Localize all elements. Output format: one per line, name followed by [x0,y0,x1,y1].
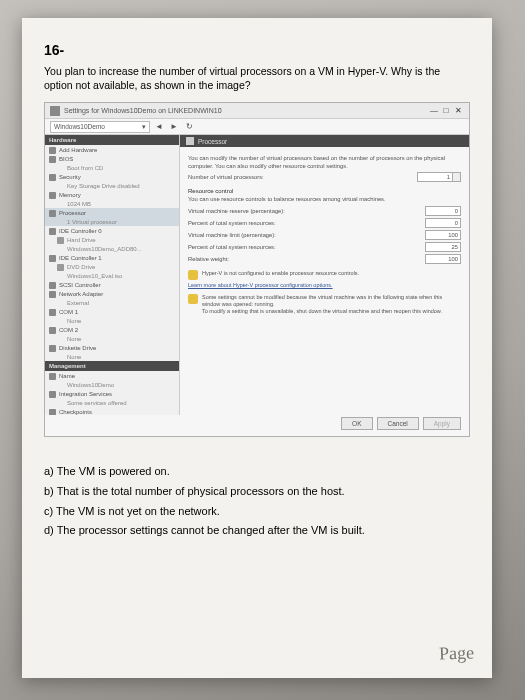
management-section-header: Management [45,361,179,371]
window-title: Settings for Windows10Demo on LINKEDINWI… [64,107,222,114]
pct-total2-value: 25 [425,242,461,252]
weight-input[interactable]: 100 [425,254,461,264]
sidebar-item-security-detail: Key Storage Drive disabled [45,181,179,190]
sidebar-item-dvddrive[interactable]: DVD Drive [45,262,179,271]
refresh-button[interactable]: ↻ [183,122,195,131]
diskette-icon [49,345,56,352]
warning-2-text: Some settings cannot be modified because… [202,294,461,315]
sidebar-item-ide0[interactable]: IDE Controller 0 [45,226,179,235]
sidebar-item-integration-detail: Some services offered [45,398,179,407]
sidebar-item-bios-detail: Boot from CD [45,163,179,172]
sidebar-item-diskette-detail: None [45,352,179,361]
sidebar-item-harddrive-detail: Windows10Demo_ADD80... [45,244,179,253]
sidebar-item-checkpoints[interactable]: Checkpoints [45,407,179,415]
processor-icon [186,137,194,145]
limit-label: Virtual machine limit (percentage): [188,232,425,238]
content-title: Processor [198,138,227,145]
vproc-spinner [453,172,461,182]
answer-b: b) That is the total number of physical … [44,483,470,501]
chevron-down-icon: ▾ [142,123,146,131]
sidebar-item-com2-detail: None [45,334,179,343]
content-pane: Processor You can modify the number of v… [180,135,469,415]
settings-sidebar: Hardware Add Hardware BIOS Boot from CD … [45,135,180,415]
question-number: 16- [44,42,470,58]
learn-more-link[interactable]: Learn more about Hyper-V processor confi… [188,282,461,288]
rc-intro: You can use resource controls to balance… [188,196,461,204]
settings-dialog: Settings for Windows10Demo on LINKEDINWI… [44,102,470,437]
disk-icon [57,237,64,244]
com-icon [49,309,56,316]
printed-page: 16- You plan to increase the number of v… [22,18,492,678]
nav-next-button[interactable]: ► [168,122,180,131]
controller-icon [49,255,56,262]
sidebar-item-bios[interactable]: BIOS [45,154,179,163]
sidebar-item-processor[interactable]: Processor [45,208,179,217]
weight-label: Relative weight: [188,256,425,262]
bios-icon [49,156,56,163]
answer-d: d) The processor settings cannot be chan… [44,522,470,540]
minimize-button[interactable]: — [428,106,440,115]
answer-c: c) The VM is not yet on the network. [44,503,470,521]
pct-total1-value: 0 [425,218,461,228]
sidebar-item-network-detail: External [45,298,179,307]
sidebar-item-diskette[interactable]: Diskette Drive [45,343,179,352]
reserve-label: Virtual machine reserve (percentage): [188,208,425,214]
checkpoint-icon [49,409,56,415]
com-icon [49,327,56,334]
page-annotation: Page [439,642,475,664]
shield-icon [49,174,56,181]
add-hardware-icon [49,147,56,154]
toolbar: Windows10Demo ▾ ◄ ► ↻ [45,119,469,135]
reserve-input[interactable]: 0 [425,206,461,216]
limit-input[interactable]: 100 [425,230,461,240]
warning-1-text: Hyper-V is not configured to enable proc… [202,270,359,280]
name-icon [49,373,56,380]
warning-1: Hyper-V is not configured to enable proc… [188,270,461,280]
sidebar-item-com1-detail: None [45,316,179,325]
sidebar-item-security[interactable]: Security [45,172,179,181]
vproc-label: Number of virtual processors: [188,174,417,180]
warning-2: Some settings cannot be modified because… [188,294,461,315]
sidebar-item-com2[interactable]: COM 2 [45,325,179,334]
sidebar-item-dvd-detail: Windows10_Eval.iso [45,271,179,280]
processor-icon [49,210,56,217]
services-icon [49,391,56,398]
vproc-input: 1 [417,172,453,182]
network-icon [49,291,56,298]
sidebar-item-com1[interactable]: COM 1 [45,307,179,316]
resource-control-title: Resource control [188,188,461,194]
close-button[interactable]: ✕ [452,106,464,115]
ok-button[interactable]: OK [341,417,372,430]
pct-total2-label: Percent of total system resources: [188,244,425,250]
controller-icon [49,228,56,235]
memory-icon [49,192,56,199]
settings-icon [50,106,60,116]
dialog-buttons: OK Cancel Apply [341,417,461,430]
maximize-button[interactable]: □ [440,106,452,115]
sidebar-item-harddrive[interactable]: Hard Drive [45,235,179,244]
controller-icon [49,282,56,289]
warning-icon [188,270,198,280]
sidebar-item-add-hardware[interactable]: Add Hardware [45,145,179,154]
sidebar-item-name-detail: Windows10Demo [45,380,179,389]
intro-text: You can modify the number of virtual pro… [188,155,461,170]
answer-choices: a) The VM is powered on. b) That is the … [44,463,470,539]
vm-selector-value: Windows10Demo [54,123,105,131]
dvd-icon [57,264,64,271]
apply-button: Apply [423,417,461,430]
vm-selector[interactable]: Windows10Demo ▾ [50,121,150,133]
sidebar-item-processor-detail: 1 Virtual processor [45,217,179,226]
sidebar-item-name[interactable]: Name [45,371,179,380]
sidebar-item-ide1[interactable]: IDE Controller 1 [45,253,179,262]
pct-total1-label: Percent of total system resources: [188,220,425,226]
sidebar-item-memory[interactable]: Memory [45,190,179,199]
sidebar-item-network[interactable]: Network Adapter [45,289,179,298]
sidebar-item-scsi[interactable]: SCSI Controller [45,280,179,289]
sidebar-item-integration[interactable]: Integration Services [45,389,179,398]
answer-a: a) The VM is powered on. [44,463,470,481]
nav-prev-button[interactable]: ◄ [153,122,165,131]
content-header: Processor [180,135,469,147]
warning-icon [188,294,198,304]
cancel-button[interactable]: Cancel [377,417,419,430]
hardware-section-header: Hardware [45,135,179,145]
